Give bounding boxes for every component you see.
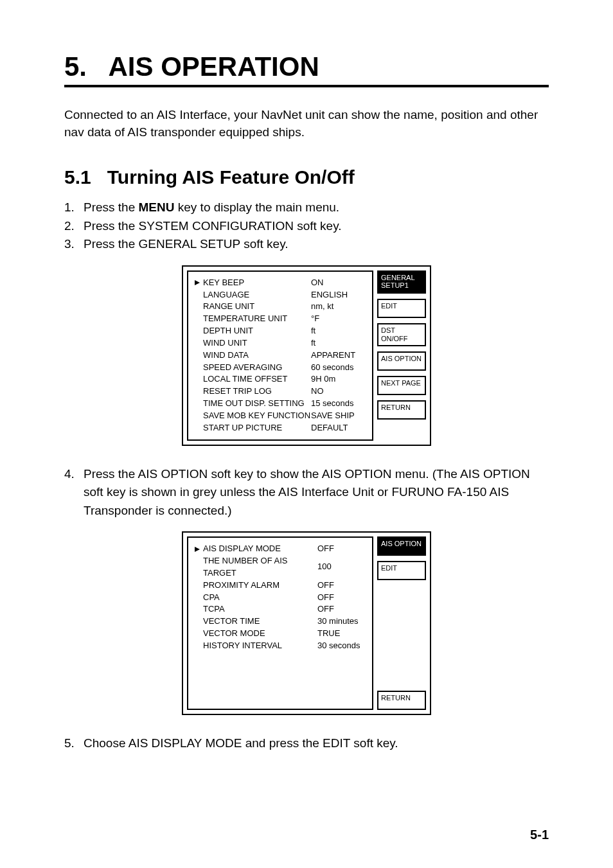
menu-item-label: RESET TRIP LOG <box>203 385 311 398</box>
step-text: Press the MENU key to display the main m… <box>84 199 549 217</box>
menu-item-value: °F <box>311 313 366 325</box>
svg-marker-0 <box>195 280 200 285</box>
general-setup-menu: KEY BEEPONLANGUAGEENGLISHRANGE UNITnm, k… <box>182 265 431 446</box>
step-item: 5.Choose AIS DISPLAY MODE and press the … <box>64 734 549 753</box>
menu-item-label: RANGE UNIT <box>203 301 311 313</box>
menu-item-value: nm, kt <box>311 301 366 313</box>
step-number: 3. <box>64 235 84 254</box>
menu-row[interactable]: RANGE UNITnm, kt <box>195 301 366 313</box>
softkey-edit[interactable]: EDIT <box>377 299 426 318</box>
menu-row[interactable]: TCPAOFF <box>195 603 366 616</box>
menu-row[interactable]: PROXIMITY ALARMOFF <box>195 580 366 592</box>
menu-item-value: 100 <box>317 561 366 573</box>
general-setup-figure: KEY BEEPONLANGUAGEENGLISHRANGE UNITnm, k… <box>64 265 549 446</box>
step-text: Press the AIS OPTION soft key to show th… <box>84 465 549 520</box>
menu-item-label: LOCAL TIME OFFSET <box>203 373 311 385</box>
step-item: 1.Press the MENU key to display the main… <box>64 199 549 217</box>
chapter-number: 5. <box>64 51 87 82</box>
menu-row[interactable]: TEMPERATURE UNIT°F <box>195 313 366 325</box>
menu-item-value: ft <box>311 325 366 337</box>
menu-row[interactable]: AIS DISPLAY MODEOFF <box>195 543 366 555</box>
menu-item-value: ft <box>311 337 366 350</box>
menu-item-label: PROXIMITY ALARM <box>203 580 317 592</box>
menu-item-label: LANGUAGE <box>203 289 311 301</box>
menu-item-label: THE NUMBER OF AIS TARGET <box>203 555 317 580</box>
softkey-label: EDIT <box>381 564 422 572</box>
softkey-edit[interactable]: EDIT <box>377 561 426 580</box>
menu-row[interactable]: VECTOR MODETRUE <box>195 628 366 640</box>
selection-arrow-icon <box>195 280 203 285</box>
menu-item-value: 30 seconds <box>317 640 366 652</box>
softkey-label: EDIT <box>381 302 422 310</box>
menu-item-value: OFF <box>317 543 366 555</box>
ais-option-figure: AIS DISPLAY MODEOFFTHE NUMBER OF AIS TAR… <box>64 531 549 715</box>
menu-item-value: 9H 0m <box>311 373 366 385</box>
ais-option-menu: AIS DISPLAY MODEOFFTHE NUMBER OF AIS TAR… <box>182 531 431 715</box>
chapter-name: AIS OPERATION <box>108 51 319 82</box>
menu-row[interactable]: SPEED AVERAGING60 seconds <box>195 362 366 374</box>
menu-row[interactable]: TIME OUT DISP. SETTING15 seconds <box>195 398 366 410</box>
menu-row[interactable]: CPAOFF <box>195 592 366 604</box>
menu-row[interactable]: LANGUAGEENGLISH <box>195 289 366 301</box>
menu-item-label: WIND DATA <box>203 350 311 362</box>
page-number: 5-1 <box>530 828 549 842</box>
menu-item-value: SAVE SHIP <box>311 410 366 422</box>
menu-item-value: ON <box>311 277 366 289</box>
softkey-label: DST ON/OFF <box>381 326 422 342</box>
step-list-c: 5.Choose AIS DISPLAY MODE and press the … <box>64 734 549 753</box>
menu-item-label: AIS DISPLAY MODE <box>203 543 317 555</box>
menu-row[interactable]: DEPTH UNITft <box>195 325 366 337</box>
step-list-a: 1.Press the MENU key to display the main… <box>64 199 549 254</box>
menu-row[interactable]: LOCAL TIME OFFSET9H 0m <box>195 373 366 385</box>
step-number: 2. <box>64 217 84 236</box>
menu-item-label: START UP PICTURE <box>203 422 311 434</box>
softkey-title-text: GENERAL SETUP1 <box>381 274 422 290</box>
chapter-rule <box>64 85 549 87</box>
softkey-return[interactable]: RETURN <box>377 691 426 710</box>
menu-item-value: APPARENT <box>311 350 366 362</box>
menu-row[interactable]: START UP PICTUREDEFAULT <box>195 422 366 434</box>
menu-item-value: DEFAULT <box>311 422 366 434</box>
step-number: 1. <box>64 199 84 217</box>
step-list-b: 4.Press the AIS OPTION soft key to show … <box>64 465 549 520</box>
menu-item-label: SAVE MOB KEY FUNCTION <box>203 410 311 422</box>
section-title: 5.1 Turning AIS Feature On/Off <box>64 166 549 188</box>
menu-row[interactable]: WIND UNITft <box>195 337 366 350</box>
menu-row[interactable]: SAVE MOB KEY FUNCTIONSAVE SHIP <box>195 410 366 422</box>
selection-arrow-icon <box>195 547 203 552</box>
menu-row[interactable]: KEY BEEPON <box>195 277 366 289</box>
menu-item-value: ENGLISH <box>311 289 366 301</box>
menu-item-value: 60 seconds <box>311 362 366 374</box>
softkey-label: RETURN <box>381 403 422 412</box>
menu-item-label: VECTOR MODE <box>203 628 317 640</box>
general-setup-list: KEY BEEPONLANGUAGEENGLISHRANGE UNITnm, k… <box>187 270 373 441</box>
menu-row[interactable]: WIND DATAAPPARENT <box>195 350 366 362</box>
general-setup-softkeys: GENERAL SETUP1 EDIT DST ON/OFF AIS OPTIO… <box>377 270 426 441</box>
ais-option-list: AIS DISPLAY MODEOFFTHE NUMBER OF AIS TAR… <box>187 536 373 710</box>
menu-item-value: OFF <box>317 603 366 616</box>
menu-item-label: TIME OUT DISP. SETTING <box>203 398 311 410</box>
menu-item-label: CPA <box>203 592 317 604</box>
softkey-ais-option[interactable]: AIS OPTION <box>377 351 426 371</box>
menu-item-label: SPEED AVERAGING <box>203 362 311 374</box>
menu-item-value: OFF <box>317 580 366 592</box>
menu-item-label: TCPA <box>203 603 317 616</box>
step-text: Press the SYSTEM CONFIGURATION soft key. <box>84 217 549 236</box>
menu-item-label: WIND UNIT <box>203 337 311 350</box>
softkey-dst-onoff[interactable]: DST ON/OFF <box>377 323 426 346</box>
section-name: Turning AIS Feature On/Off <box>107 166 355 188</box>
menu-item-label: VECTOR TIME <box>203 616 317 628</box>
softkey-return[interactable]: RETURN <box>377 400 426 420</box>
menu-row[interactable]: THE NUMBER OF AIS TARGET100 <box>195 555 366 580</box>
step-number: 5. <box>64 734 84 753</box>
menu-item-value: OFF <box>317 592 366 604</box>
menu-item-value: 15 seconds <box>311 398 366 410</box>
svg-marker-1 <box>195 547 200 552</box>
softkey-title-text: AIS OPTION <box>381 540 422 548</box>
menu-row[interactable]: RESET TRIP LOGNO <box>195 385 366 398</box>
step-item: 2.Press the SYSTEM CONFIGURATION soft ke… <box>64 217 549 236</box>
menu-row[interactable]: HISTORY INTERVAL30 seconds <box>195 640 366 652</box>
menu-row[interactable]: VECTOR TIME30 minutes <box>195 616 366 628</box>
intro-paragraph: Connected to an AIS Interface, your NavN… <box>64 107 549 141</box>
softkey-next-page[interactable]: NEXT PAGE <box>377 376 426 395</box>
